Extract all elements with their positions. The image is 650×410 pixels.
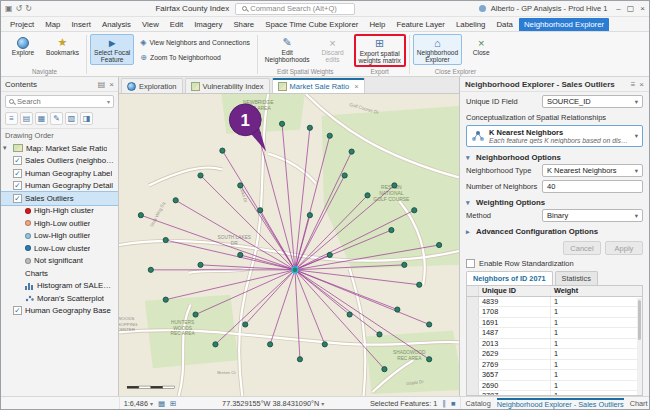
chevron-down-icon[interactable]: ▾: [107, 98, 110, 105]
neighbor-point[interactable]: [243, 322, 248, 327]
contents-search-input[interactable]: [17, 97, 104, 106]
layer-item-human-geography-label[interactable]: ✓ Human Geography Label: [1, 167, 118, 180]
unique-id-field-select[interactable]: SOURCE_ID ▾: [542, 95, 643, 108]
charts-group[interactable]: Charts: [1, 267, 118, 280]
neighbor-point[interactable]: [389, 228, 394, 233]
section-weighting-options[interactable]: ▾ Weighting Options: [466, 198, 643, 207]
neighbor-point[interactable]: [307, 125, 312, 130]
table-row[interactable]: 48391: [467, 297, 642, 308]
map-item[interactable]: ▾ Map: Market Sale Ratio: [1, 142, 118, 155]
conceptualization-card[interactable]: K Nearest Neighbors Each feature gets K …: [466, 125, 643, 147]
ribbon-tab-neighborhood-explorer[interactable]: Neighborhood Explorer: [519, 18, 609, 31]
table-row[interactable]: 14871: [467, 328, 642, 339]
ribbon-tab-space-time-cube-explorer[interactable]: Space Time Cube Explorer: [260, 18, 363, 31]
export-spatial-weights-button[interactable]: ⊞ Export spatial weights matrix: [354, 34, 406, 67]
number-of-neighbors-input[interactable]: 40: [542, 180, 643, 193]
layer-checkbox[interactable]: ✓: [13, 169, 22, 178]
close-explorer-button[interactable]: × Close: [464, 34, 498, 58]
neighborhood-type-select[interactable]: K Nearest Neighbors ▾: [542, 164, 643, 177]
cancel-button[interactable]: Cancel: [563, 241, 601, 255]
layer-checkbox[interactable]: ✓: [13, 156, 22, 165]
tab-neighbors-of-id[interactable]: Neighbors of ID 2071: [466, 271, 553, 285]
list-by-source-icon[interactable]: ▤: [20, 112, 33, 125]
neighbor-point[interactable]: [427, 322, 432, 327]
discard-edits-button[interactable]: × Discard edits: [316, 34, 350, 65]
neighbor-point[interactable]: [327, 252, 332, 257]
column-header-unique-id[interactable]: Unique ID: [479, 286, 551, 296]
neighbor-point[interactable]: [163, 297, 168, 302]
contents-search[interactable]: ▾: [5, 95, 114, 108]
view-neighbors-connections-button[interactable]: ◈ View Neighbors and Connections: [136, 36, 254, 49]
neighbor-point[interactable]: [258, 208, 263, 213]
neighbor-point[interactable]: [427, 357, 432, 362]
stop-drawing-icon[interactable]: ■: [451, 399, 456, 408]
table-row[interactable]: 16911: [467, 318, 642, 329]
neighbor-point[interactable]: [377, 332, 382, 337]
avatar[interactable]: [479, 5, 486, 12]
dock-icon[interactable]: ▤: [98, 80, 106, 89]
neighbor-point[interactable]: [138, 213, 143, 218]
neighbor-point[interactable]: [238, 252, 243, 257]
minimize-icon[interactable]: –: [616, 4, 620, 13]
neighbor-point[interactable]: [198, 173, 203, 178]
ribbon-tab-imagery[interactable]: Imagery: [189, 18, 227, 31]
layer-item-sales-outliers-neighborhood[interactable]: ✓ Sales Outliers (neighborhood): [1, 155, 118, 168]
map-scale-select[interactable]: 1:6,486▾: [124, 399, 153, 408]
list-by-labeling-icon[interactable]: ◨: [80, 112, 93, 125]
close-window-icon[interactable]: ×: [640, 4, 645, 13]
ribbon-tab-analysis[interactable]: Analysis: [97, 18, 136, 31]
view-tab-vulnerability-index[interactable]: Vulnerability Index: [185, 78, 270, 93]
table-row[interactable]: 27691: [467, 360, 642, 371]
list-by-drawing-order-icon[interactable]: ≡: [5, 112, 18, 125]
neighbor-point[interactable]: [268, 342, 273, 347]
table-row[interactable]: 36571: [467, 370, 642, 381]
select-focal-feature-button[interactable]: ► Select Focal Feature: [90, 34, 134, 65]
layer-checkbox[interactable]: ✓: [13, 181, 22, 190]
panel-menu-icon[interactable]: ≡: [631, 80, 636, 89]
ribbon-tab-map[interactable]: Map: [40, 18, 65, 31]
panel-close-icon[interactable]: ×: [639, 80, 644, 89]
neighbor-point[interactable]: [347, 312, 352, 317]
table-row[interactable]: 20131: [467, 339, 642, 350]
row-standardization-row[interactable]: ✓ Enable Row Standardization: [466, 259, 643, 268]
table-row[interactable]: 27871: [467, 391, 642, 395]
neighbor-point[interactable]: [349, 149, 354, 154]
neighborhood-explorer-button[interactable]: ⌂ Neighborhood Explorer: [413, 34, 462, 65]
zoom-to-neighborhood-button[interactable]: ⊕ Zoom To Neighborhood: [136, 51, 254, 64]
ribbon-tab-help[interactable]: Help: [364, 18, 390, 31]
list-by-editing-icon[interactable]: ✎: [50, 112, 63, 125]
map-canvas[interactable]: NEWBRIDGEREC AREAGolf Course DrRESTONNAT…: [119, 94, 459, 396]
ribbon-tab-data[interactable]: Data: [491, 18, 517, 31]
layer-item-human-geography-detail[interactable]: ✓ Human Geography Detail: [1, 180, 118, 193]
explore-button[interactable]: Explore: [6, 34, 40, 58]
command-search[interactable]: Command Search (Alt+Q): [235, 3, 355, 15]
neighbor-point[interactable]: [395, 307, 400, 312]
collapse-arrow-icon[interactable]: ▾: [3, 144, 10, 152]
neighbor-point[interactable]: [392, 183, 397, 188]
ribbon-tab-labeling[interactable]: Labeling: [451, 18, 490, 31]
redo-icon[interactable]: ↻: [25, 4, 32, 13]
neighbor-point[interactable]: [417, 282, 422, 287]
neighbor-point[interactable]: [173, 198, 178, 203]
neighbor-point[interactable]: [382, 367, 387, 372]
bottom-tab-chart-properties[interactable]: Chart Properties...: [630, 399, 649, 408]
list-by-snapping-icon[interactable]: ▧: [65, 112, 78, 125]
ribbon-tab-feature-layer[interactable]: Feature Layer: [391, 18, 450, 31]
save-icon[interactable]: ▣: [5, 4, 13, 13]
selected-features-count[interactable]: Selected Features: 1: [370, 399, 437, 408]
neighbor-point[interactable]: [297, 357, 302, 362]
method-select[interactable]: Binary ▾: [542, 209, 643, 222]
neighbor-point[interactable]: [163, 237, 168, 242]
layer-checkbox[interactable]: ✓: [13, 306, 22, 315]
layer-item-human-geography-base[interactable]: ✓ Human Geography Base: [1, 305, 118, 318]
chart-item-morans-scatterplot[interactable]: Moran's Scatterplot: [1, 292, 118, 305]
apply-button[interactable]: Apply: [605, 241, 643, 255]
section-neighborhood-options[interactable]: ▾ Neighborhood Options: [466, 153, 643, 162]
neighbor-point[interactable]: [148, 267, 153, 272]
snapping-icon[interactable]: ⊞: [170, 399, 176, 408]
ribbon-tab-edit[interactable]: Edit: [165, 18, 188, 31]
row-standardization-checkbox[interactable]: ✓: [466, 259, 475, 268]
tab-statistics[interactable]: Statistics: [555, 271, 598, 285]
close-tab-icon[interactable]: ×: [354, 82, 358, 91]
layer-checkbox[interactable]: ✓: [13, 194, 22, 203]
